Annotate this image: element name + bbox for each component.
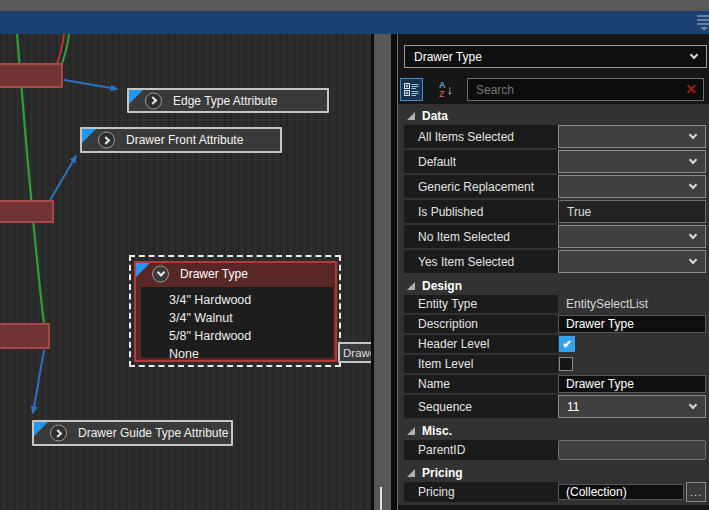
chevron-down-icon bbox=[689, 180, 697, 188]
chevron-down-icon bbox=[689, 255, 697, 263]
property-row-no-item-selected: No Item Selected bbox=[404, 225, 706, 248]
property-label[interactable]: Generic Replacement bbox=[404, 175, 558, 198]
property-row-all-items-selected: All Items Selected bbox=[404, 125, 706, 148]
chevron-right-icon bbox=[148, 96, 156, 104]
node-edge-type-attribute[interactable]: Edge Type Attribute bbox=[127, 88, 329, 113]
red-node-stub-2[interactable] bbox=[0, 200, 54, 223]
down-arrow-icon: ↓ bbox=[447, 82, 454, 97]
property-grid: Data All Items Selected Default Generic … bbox=[398, 104, 709, 505]
clear-search-icon[interactable]: ✕ bbox=[685, 81, 697, 97]
value-cell bbox=[558, 355, 706, 373]
property-label[interactable]: Header Level bbox=[404, 335, 558, 353]
value-dropdown[interactable] bbox=[558, 250, 706, 273]
panel-menu-icon[interactable] bbox=[697, 15, 709, 29]
search-box: ✕ bbox=[467, 78, 704, 101]
category-list-icon bbox=[404, 82, 419, 97]
app-window: Edge Type Attribute Drawer Front Attribu… bbox=[0, 0, 709, 510]
entity-selector-dropdown[interactable]: Drawer Type bbox=[404, 45, 707, 68]
blue-connector-drawer-front bbox=[49, 156, 76, 202]
a-z-sort-icon: AZ bbox=[439, 81, 446, 99]
property-label[interactable]: Is Published bbox=[404, 200, 558, 223]
property-label[interactable]: Pricing bbox=[404, 482, 558, 502]
category-expanded-icon bbox=[407, 469, 415, 477]
splitter-scroll-strip[interactable] bbox=[374, 34, 391, 510]
list-item[interactable]: 3/4" Walnut bbox=[169, 309, 333, 327]
chevron-down-icon bbox=[689, 155, 697, 163]
property-row-default: Default bbox=[404, 150, 706, 173]
value-collection[interactable]: (Collection) bbox=[558, 484, 684, 500]
node-partially-visible[interactable]: Drawer bbox=[338, 342, 371, 363]
expand-node-button[interactable] bbox=[98, 132, 115, 149]
node-title: Drawer Type bbox=[180, 267, 248, 281]
property-label[interactable]: Name bbox=[404, 375, 558, 393]
red-node-stub-1[interactable] bbox=[0, 63, 63, 88]
blue-connector-edge-type bbox=[64, 80, 117, 89]
list-item[interactable]: 3/4" Hardwood bbox=[169, 291, 333, 309]
node-label: Drawer bbox=[340, 347, 371, 359]
property-label[interactable]: ParentID bbox=[404, 440, 558, 460]
list-item[interactable]: 5/8" Hardwood bbox=[169, 327, 333, 345]
property-label[interactable]: Entity Type bbox=[404, 295, 558, 313]
checkbox-checked[interactable]: ✔ bbox=[559, 336, 575, 352]
property-label[interactable]: Default bbox=[404, 150, 558, 173]
category-data[interactable]: Data bbox=[404, 107, 706, 125]
property-row-name: Name Drawer Type bbox=[404, 375, 706, 393]
toolbar-blue-bar bbox=[0, 11, 709, 34]
value-textbox[interactable] bbox=[558, 440, 706, 460]
property-label[interactable]: No Item Selected bbox=[404, 225, 558, 248]
blue-connector-drawer-guide bbox=[33, 350, 44, 413]
node-drawer-guide-type-attribute[interactable]: Drawer Guide Type Attribute bbox=[32, 420, 233, 446]
value-dropdown[interactable] bbox=[558, 225, 706, 248]
search-input[interactable] bbox=[467, 78, 704, 101]
collection-editor-button[interactable]: ... bbox=[686, 482, 706, 502]
property-row-description: Description Drawer Type bbox=[404, 315, 706, 333]
property-label[interactable]: Item Level bbox=[404, 355, 558, 373]
property-label[interactable]: All Items Selected bbox=[404, 125, 558, 148]
chevron-down-icon bbox=[689, 230, 697, 238]
chevron-right-icon bbox=[101, 136, 109, 144]
node-drawer-front-attribute[interactable]: Drawer Front Attribute bbox=[80, 127, 282, 153]
node-drawer-type-selected[interactable]: Drawer Type 3/4" Hardwood 3/4" Walnut 5/… bbox=[134, 261, 337, 362]
category-misc[interactable]: Misc. bbox=[404, 422, 706, 440]
sort-alphabetical-button[interactable]: AZ ↓ bbox=[439, 80, 461, 99]
chevron-down-icon bbox=[690, 50, 698, 58]
category-pricing[interactable]: Pricing bbox=[404, 464, 706, 482]
window-top-strip bbox=[0, 0, 709, 11]
expand-node-button[interactable] bbox=[50, 425, 67, 442]
property-label[interactable]: Yes Item Selected bbox=[404, 250, 558, 273]
checkbox-unchecked[interactable] bbox=[559, 357, 573, 371]
property-label[interactable]: Description bbox=[404, 315, 558, 333]
value-dropdown[interactable]: 11 bbox=[558, 395, 706, 418]
chevron-down-icon bbox=[689, 400, 697, 408]
node-graph-canvas[interactable]: Edge Type Attribute Drawer Front Attribu… bbox=[0, 34, 371, 510]
value-textbox[interactable]: Drawer Type bbox=[558, 315, 706, 333]
expand-node-button[interactable] bbox=[145, 92, 162, 109]
red-node-stub-3[interactable] bbox=[0, 323, 50, 349]
value-cell: (Collection) ... bbox=[558, 482, 706, 502]
collapse-node-button[interactable] bbox=[152, 266, 169, 283]
value-readonly[interactable]: True bbox=[558, 200, 706, 223]
property-row-pricing: Pricing (Collection) ... bbox=[404, 482, 706, 502]
property-row-parentid: ParentID bbox=[404, 440, 706, 460]
category-design[interactable]: Design bbox=[404, 277, 706, 295]
node-item-list: 3/4" Hardwood 3/4" Walnut 5/8" Hardwood … bbox=[141, 287, 333, 358]
property-row-generic-replacement: Generic Replacement bbox=[404, 175, 706, 198]
category-expanded-icon bbox=[407, 427, 415, 435]
property-row-sequence: Sequence 11 bbox=[404, 395, 706, 418]
value-dropdown[interactable] bbox=[558, 150, 706, 173]
property-label[interactable]: Sequence bbox=[404, 395, 558, 418]
value-textbox[interactable]: Drawer Type bbox=[558, 375, 706, 393]
value-readonly-text: EntitySelectList bbox=[558, 295, 706, 313]
categorized-view-button[interactable] bbox=[400, 78, 423, 101]
value-dropdown[interactable] bbox=[558, 175, 706, 198]
node-header[interactable]: Drawer Type bbox=[136, 263, 335, 285]
property-panel: Drawer Type AZ ↓ ✕ Data bbox=[397, 34, 709, 510]
list-item[interactable]: None bbox=[169, 345, 333, 363]
property-row-header-level: Header Level ✔ bbox=[404, 335, 706, 353]
property-row-yes-item-selected: Yes Item Selected bbox=[404, 250, 706, 273]
chevron-right-icon bbox=[53, 429, 61, 437]
scrollbar-thumb[interactable] bbox=[380, 487, 382, 510]
chevron-down-icon bbox=[689, 130, 697, 138]
value-dropdown[interactable] bbox=[558, 125, 706, 148]
property-row-entity-type: Entity Type EntitySelectList bbox=[404, 295, 706, 313]
